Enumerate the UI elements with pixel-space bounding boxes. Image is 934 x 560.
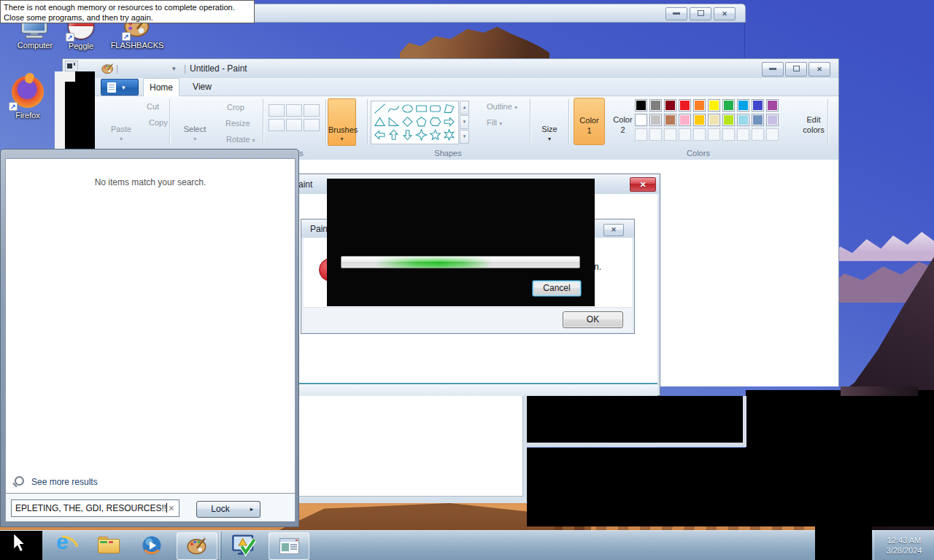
shapes-more-button[interactable]: ▼ <box>460 130 469 144</box>
taskbar-paint[interactable] <box>177 532 217 560</box>
lock-button[interactable]: Lock <box>196 501 244 518</box>
shape-arrow-right[interactable] <box>442 115 456 128</box>
select-button[interactable]: Select▾ <box>177 125 213 142</box>
shape-line[interactable] <box>373 102 387 115</box>
maximize-button[interactable] <box>690 7 711 20</box>
color-swatch[interactable] <box>679 99 691 112</box>
rotate-button[interactable]: Rotate ▾ <box>226 135 266 144</box>
shape-rectangle[interactable] <box>414 102 428 115</box>
color-swatch[interactable] <box>766 99 779 112</box>
color-swatch[interactable] <box>766 114 779 126</box>
see-more-results-link[interactable]: See more results <box>13 475 159 489</box>
tab-home[interactable]: Home <box>143 78 180 96</box>
taskbar-media-player[interactable] <box>140 534 165 556</box>
color-swatch[interactable] <box>693 99 706 112</box>
taskbar-clock[interactable]: 12:43 AM 3/28/2024 <box>873 531 934 560</box>
shape-polygon[interactable] <box>442 102 456 115</box>
color1-button[interactable]: Color1 <box>574 98 605 145</box>
color-swatch[interactable] <box>649 114 662 126</box>
search-input[interactable]: EPLETING, THE, GDI, RESOURCES!! × <box>11 499 180 517</box>
shape-ellipse[interactable] <box>401 102 414 115</box>
scroll-down-button[interactable]: ▼ <box>460 115 469 129</box>
color-swatch[interactable] <box>722 114 735 126</box>
color-swatch[interactable] <box>737 114 749 126</box>
lock-options-arrow[interactable]: ▸ <box>244 501 260 518</box>
no-results-text: No items match your search. <box>6 177 295 187</box>
color-swatch[interactable] <box>664 99 676 112</box>
outline-button[interactable]: Outline ▾ <box>487 102 525 111</box>
ok-button[interactable]: OK <box>563 311 623 328</box>
shape-arrow-up[interactable] <box>387 128 401 141</box>
resize-button[interactable]: Resize <box>225 119 258 128</box>
color-swatch[interactable] <box>679 114 691 126</box>
shape-right-triangle[interactable] <box>387 115 401 128</box>
shape-pentagon[interactable] <box>414 115 428 128</box>
brushes-button[interactable]: Brushes ▾ <box>328 98 356 146</box>
taskbar-app[interactable] <box>269 532 309 560</box>
cancel-button[interactable]: Cancel <box>532 280 582 297</box>
taskbar-explorer[interactable] <box>96 535 121 556</box>
clear-search-icon[interactable]: × <box>169 500 174 516</box>
color-swatch[interactable] <box>635 99 647 112</box>
color-swatch[interactable] <box>649 99 662 112</box>
color-swatch[interactable] <box>708 114 720 126</box>
shape-five-point-star[interactable] <box>428 128 442 141</box>
desktop-icon-firefox[interactable]: ↗ Firefox <box>3 74 53 120</box>
close-button[interactable]: ✕ <box>808 62 830 77</box>
tool-slot[interactable] <box>304 104 320 117</box>
file-menu-button[interactable]: ▾ <box>101 79 139 96</box>
color-swatch-empty[interactable] <box>693 128 706 141</box>
maximize-button[interactable] <box>785 62 807 77</box>
tool-slot[interactable] <box>286 104 302 117</box>
color-swatch[interactable] <box>722 99 735 112</box>
tool-slot[interactable] <box>304 119 320 131</box>
copy-button[interactable]: Copy <box>149 118 178 127</box>
shape-four-point-star[interactable] <box>414 128 428 141</box>
color-swatch-empty[interactable] <box>766 128 779 141</box>
color-swatch-empty[interactable] <box>635 128 647 141</box>
color-swatch[interactable] <box>752 114 764 126</box>
color-swatch[interactable] <box>708 99 720 112</box>
close-button[interactable]: ✕ <box>630 177 656 192</box>
color-swatch-empty[interactable] <box>679 128 691 141</box>
color-swatch[interactable] <box>752 99 764 112</box>
tool-slot[interactable] <box>269 119 285 131</box>
paint-titlebar[interactable]: | ▾ | Untitled - Paint ✕ <box>63 59 838 78</box>
color-swatch[interactable] <box>737 99 749 112</box>
color-swatch-empty[interactable] <box>722 128 735 141</box>
tool-slot[interactable] <box>286 119 302 131</box>
minimize-button[interactable] <box>665 7 687 20</box>
scroll-up-button[interactable]: ▲ <box>460 101 469 114</box>
wallpaper-patch <box>841 386 918 396</box>
tab-view[interactable]: View <box>184 78 220 96</box>
shape-arrow-left[interactable] <box>373 128 387 141</box>
color-swatch-empty[interactable] <box>664 128 676 141</box>
shape-hexagon[interactable] <box>428 115 442 128</box>
shape-six-point-star[interactable] <box>442 128 456 141</box>
color-swatch[interactable] <box>635 114 647 126</box>
fill-button[interactable]: Fill ▾ <box>487 118 516 127</box>
shape-curve[interactable] <box>387 102 401 115</box>
close-button[interactable]: ✕ <box>603 224 624 236</box>
cut-button[interactable]: Cut <box>147 102 171 111</box>
color-swatch-empty[interactable] <box>708 128 720 141</box>
color-swatch[interactable] <box>664 114 676 126</box>
minimize-button[interactable] <box>762 62 784 77</box>
crop-button[interactable]: Crop <box>227 103 256 112</box>
color-swatch[interactable] <box>693 114 706 126</box>
tool-slot[interactable] <box>269 104 285 117</box>
close-button[interactable]: ✕ <box>714 7 736 20</box>
taskbar-antivirus[interactable] <box>229 534 258 557</box>
shape-rounded-rectangle[interactable] <box>428 102 442 115</box>
shape-diamond[interactable] <box>401 115 414 128</box>
color-swatch-empty[interactable] <box>649 128 662 141</box>
size-button[interactable]: Size▾ <box>533 125 566 142</box>
paste-button[interactable]: Paste▾ <box>103 125 139 142</box>
edit-colors-button[interactable]: Editcolors <box>792 114 835 135</box>
quick-access-chevron-icon[interactable]: ▾ <box>172 65 176 72</box>
shape-arrow-down[interactable] <box>401 128 414 141</box>
shape-triangle[interactable] <box>373 115 387 128</box>
color-swatch-empty[interactable] <box>737 128 749 141</box>
taskbar-ie[interactable]: e <box>53 534 77 556</box>
color-swatch-empty[interactable] <box>752 128 764 141</box>
